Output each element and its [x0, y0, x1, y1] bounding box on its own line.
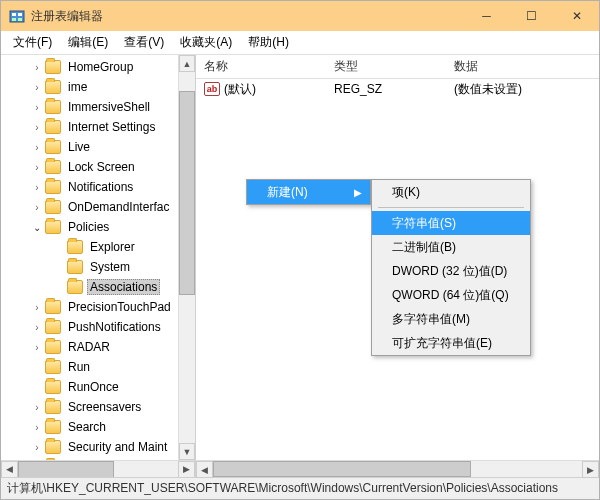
folder-icon — [45, 160, 61, 174]
chevron-right-icon[interactable]: › — [31, 142, 43, 153]
tree-item[interactable]: ›OnDemandInterfac — [1, 197, 195, 217]
scroll-left-icon[interactable]: ◀ — [1, 461, 18, 478]
column-type[interactable]: 类型 — [326, 58, 446, 75]
tree-item-label: Internet Settings — [65, 119, 158, 135]
maximize-button[interactable]: ☐ — [509, 1, 554, 31]
scroll-right-icon[interactable]: ▶ — [178, 461, 195, 478]
folder-icon — [45, 200, 61, 214]
tree-item[interactable]: RunOnce — [1, 377, 195, 397]
menu-file[interactable]: 文件(F) — [5, 31, 60, 54]
folder-icon — [45, 340, 61, 354]
tree-item-label: Run — [65, 359, 93, 375]
minimize-button[interactable]: ─ — [464, 1, 509, 31]
menu-edit[interactable]: 编辑(E) — [60, 31, 116, 54]
folder-icon — [45, 360, 61, 374]
submenu-dword-value[interactable]: DWORD (32 位)值(D) — [372, 259, 530, 283]
submenu-multistring-value[interactable]: 多字符串值(M) — [372, 307, 530, 331]
tree-item[interactable]: ›Internet Settings — [1, 117, 195, 137]
folder-icon — [45, 80, 61, 94]
menu-favorites[interactable]: 收藏夹(A) — [172, 31, 240, 54]
context-submenu-new: 项(K) 字符串值(S) 二进制值(B) DWORD (32 位)值(D) QW… — [371, 179, 531, 356]
chevron-right-icon[interactable]: › — [31, 402, 43, 413]
scroll-up-icon[interactable]: ▲ — [179, 55, 195, 72]
tree-item[interactable]: ›ime — [1, 77, 195, 97]
tree-item[interactable]: ›Screensavers — [1, 397, 195, 417]
chevron-right-icon[interactable]: › — [31, 442, 43, 453]
chevron-right-icon[interactable]: › — [31, 202, 43, 213]
submenu-expandstring-value[interactable]: 可扩充字符串值(E) — [372, 331, 530, 355]
tree-item[interactable]: ›PushNotifications — [1, 317, 195, 337]
chevron-right-icon[interactable]: › — [31, 182, 43, 193]
tree-item-label: PushNotifications — [65, 319, 164, 335]
column-name[interactable]: 名称 — [196, 58, 326, 75]
tree-item[interactable]: ›Lock Screen — [1, 157, 195, 177]
tree-item[interactable]: ›ImmersiveShell — [1, 97, 195, 117]
submenu-string-value[interactable]: 字符串值(S) — [372, 211, 530, 235]
scroll-thumb[interactable] — [213, 461, 471, 477]
chevron-right-icon[interactable]: › — [31, 62, 43, 73]
list-horizontal-scrollbar[interactable]: ◀ ▶ — [196, 460, 599, 477]
tree-item[interactable]: ⌄Policies — [1, 217, 195, 237]
tree-view[interactable]: ›HomeGroup›ime›ImmersiveShell›Internet S… — [1, 55, 195, 460]
tree-item[interactable]: Run — [1, 357, 195, 377]
chevron-right-icon[interactable]: › — [31, 102, 43, 113]
chevron-right-icon[interactable]: › — [31, 122, 43, 133]
cell-type: REG_SZ — [326, 82, 446, 96]
scroll-right-icon[interactable]: ▶ — [582, 461, 599, 478]
chevron-right-icon[interactable]: › — [31, 162, 43, 173]
tree-item-label: Notifications — [65, 179, 136, 195]
tree-item-label: ime — [65, 79, 90, 95]
chevron-down-icon[interactable]: ⌄ — [31, 222, 43, 233]
tree-vertical-scrollbar[interactable]: ▲ ▼ — [178, 55, 195, 460]
content-area: ›HomeGroup›ime›ImmersiveShell›Internet S… — [1, 55, 599, 477]
tree-item[interactable]: ›HomeGroup — [1, 57, 195, 77]
chevron-right-icon[interactable]: › — [31, 322, 43, 333]
app-icon — [9, 8, 25, 24]
folder-icon — [45, 440, 61, 454]
menu-view[interactable]: 查看(V) — [116, 31, 172, 54]
scroll-track[interactable] — [18, 461, 178, 478]
scroll-track[interactable] — [213, 461, 582, 477]
tree-item-label: System — [87, 259, 133, 275]
tree-item[interactable]: ›Search — [1, 417, 195, 437]
folder-icon — [45, 300, 61, 314]
tree-item[interactable]: ›Security and Maint — [1, 437, 195, 457]
tree-pane: ›HomeGroup›ime›ImmersiveShell›Internet S… — [1, 55, 196, 477]
submenu-binary-value[interactable]: 二进制值(B) — [372, 235, 530, 259]
tree-item[interactable]: Explorer — [1, 237, 195, 257]
chevron-right-icon[interactable]: › — [31, 82, 43, 93]
titlebar: 注册表编辑器 ─ ☐ ✕ — [1, 1, 599, 31]
scroll-down-icon[interactable]: ▼ — [179, 443, 195, 460]
tree-horizontal-scrollbar[interactable]: ◀ ▶ — [1, 460, 195, 477]
menu-label: 新建(N) — [267, 184, 308, 201]
tree-item-label: Security and Maint — [65, 439, 170, 455]
cell-data: (数值未设置) — [446, 81, 530, 98]
list-row[interactable]: ab (默认) REG_SZ (数值未设置) — [196, 79, 599, 99]
submenu-arrow-icon: ▶ — [354, 187, 362, 198]
scroll-left-icon[interactable]: ◀ — [196, 461, 213, 478]
tree-item-label: RADAR — [65, 339, 113, 355]
menu-help[interactable]: 帮助(H) — [240, 31, 297, 54]
chevron-right-icon[interactable]: › — [31, 302, 43, 313]
tree-item[interactable]: ›Notifications — [1, 177, 195, 197]
tree-item[interactable]: ›RADAR — [1, 337, 195, 357]
tree-item[interactable]: ›Live — [1, 137, 195, 157]
submenu-key[interactable]: 项(K) — [372, 180, 530, 204]
scroll-track[interactable] — [179, 72, 195, 443]
tree-item[interactable]: System — [1, 257, 195, 277]
column-data[interactable]: 数据 — [446, 58, 486, 75]
scroll-thumb[interactable] — [18, 461, 114, 478]
tree-item[interactable]: ›PrecisionTouchPad — [1, 297, 195, 317]
chevron-right-icon[interactable]: › — [31, 422, 43, 433]
svg-rect-4 — [18, 18, 22, 21]
context-menu: 新建(N) ▶ — [246, 179, 371, 205]
scroll-thumb[interactable] — [179, 91, 195, 295]
chevron-right-icon[interactable]: › — [31, 342, 43, 353]
tree-item[interactable]: Associations — [1, 277, 195, 297]
context-menu-new[interactable]: 新建(N) ▶ — [247, 180, 370, 204]
folder-icon — [45, 100, 61, 114]
close-button[interactable]: ✕ — [554, 1, 599, 31]
submenu-qword-value[interactable]: QWORD (64 位)值(Q) — [372, 283, 530, 307]
tree-item-label: RunOnce — [65, 379, 122, 395]
folder-icon — [45, 60, 61, 74]
